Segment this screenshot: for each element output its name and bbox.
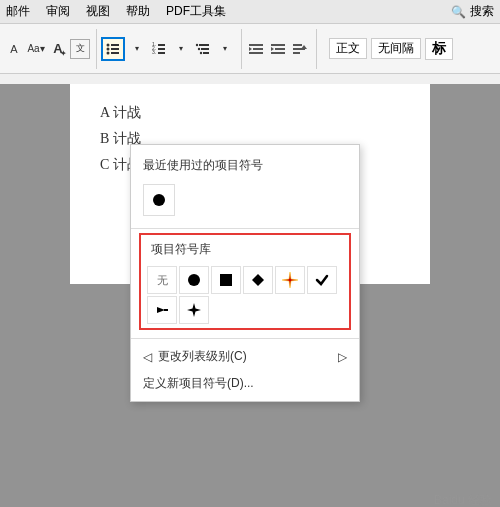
- svg-marker-25: [271, 47, 274, 51]
- increase-indent-btn[interactable]: [268, 39, 288, 59]
- symbol-library-section: 项目符号库 无: [139, 233, 351, 330]
- bullet-dropdown-menu: 最近使用过的项目符号 项目符号库 无: [130, 144, 360, 402]
- svg-rect-28: [293, 52, 300, 54]
- svg-marker-33: [252, 274, 264, 286]
- svg-rect-10: [158, 48, 165, 50]
- multilevel-list-btn[interactable]: [193, 39, 213, 59]
- menu-item-pdf[interactable]: PDF工具集: [166, 3, 226, 20]
- svg-point-2: [107, 51, 110, 54]
- font-a-btn[interactable]: A ✦: [48, 39, 68, 59]
- svg-text:3.: 3.: [152, 49, 156, 55]
- multilevel-dropdown-btn[interactable]: ▾: [215, 39, 235, 59]
- document-area: A 计战 B 计战 C 计战 最近使用过的项目符号 项目符号库 无: [0, 84, 500, 507]
- svg-rect-23: [275, 48, 285, 50]
- doc-line-a: A 计战: [100, 104, 400, 122]
- decrease-indent-btn[interactable]: [246, 39, 266, 59]
- svg-point-30: [153, 194, 165, 206]
- svg-rect-17: [203, 52, 209, 54]
- svg-rect-9: [158, 44, 165, 46]
- svg-rect-15: [201, 48, 209, 50]
- menu-item-review[interactable]: 审阅: [46, 3, 70, 20]
- symbol-row-2: [147, 296, 343, 324]
- symbol-row-1: 无: [147, 266, 343, 294]
- search-area: 🔍 搜索: [451, 3, 494, 20]
- library-label: 项目符号库: [147, 239, 343, 260]
- search-label[interactable]: 搜索: [470, 3, 494, 20]
- sym-sparkle[interactable]: [179, 296, 209, 324]
- svg-rect-19: [253, 48, 263, 50]
- menu-item-help[interactable]: 帮助: [126, 3, 150, 20]
- svg-rect-26: [293, 44, 302, 46]
- dropdown-panel: 最近使用过的项目符号 项目符号库 无: [130, 144, 360, 402]
- sort-btn[interactable]: [290, 39, 310, 59]
- svg-point-14: [198, 47, 200, 49]
- style-normal[interactable]: 正文: [329, 38, 367, 59]
- search-icon: 🔍: [451, 5, 466, 19]
- svg-rect-3: [111, 44, 119, 46]
- svg-marker-34: [282, 272, 298, 288]
- change-level-arrow: ▷: [338, 350, 347, 364]
- sym-diamond[interactable]: [243, 266, 273, 294]
- svg-rect-24: [271, 52, 285, 54]
- toolbar-row: A Aa▾ A ✦ 文 ▾ 1. 2. 3.: [0, 24, 500, 74]
- sym-arrow[interactable]: [147, 296, 177, 324]
- define-new-label: 定义新项目符号(D)...: [143, 375, 254, 392]
- svg-rect-13: [199, 44, 209, 46]
- change-level-icon: ◁: [143, 350, 152, 364]
- recent-symbol-bullet[interactable]: [143, 184, 175, 216]
- menu-item-mail[interactable]: 邮件: [6, 3, 30, 20]
- recent-symbols-row: [131, 180, 359, 224]
- divider-1: [131, 228, 359, 229]
- sym-square[interactable]: [211, 266, 241, 294]
- svg-rect-4: [111, 48, 119, 50]
- list-group: ▾ 1. 2. 3. ▾ ▾: [101, 29, 242, 69]
- indent-group: [246, 29, 317, 69]
- svg-marker-36: [157, 307, 165, 313]
- svg-point-31: [188, 274, 200, 286]
- font-size-btn[interactable]: A: [4, 39, 24, 59]
- numbered-list-btn[interactable]: 1. 2. 3.: [149, 39, 169, 59]
- font-group: A Aa▾ A ✦ 文: [4, 29, 97, 69]
- recent-label: 最近使用过的项目符号: [131, 153, 359, 180]
- define-new-action[interactable]: 定义新项目符号(D)...: [131, 370, 359, 397]
- svg-rect-32: [220, 274, 232, 286]
- divider-2: [131, 338, 359, 339]
- font-size-aa-btn[interactable]: Aa▾: [26, 39, 46, 59]
- svg-marker-38: [187, 303, 201, 317]
- svg-point-1: [107, 47, 110, 50]
- svg-rect-18: [249, 44, 263, 46]
- symbol-grid: 无: [147, 266, 343, 324]
- svg-rect-5: [111, 52, 119, 54]
- menu-bar: 邮件 审阅 视图 帮助 PDF工具集 🔍 搜索: [0, 0, 500, 24]
- svg-point-16: [200, 51, 202, 53]
- change-level-action[interactable]: ◁ 更改列表级别(C) ▷: [131, 343, 359, 370]
- change-level-label: 更改列表级别(C): [158, 348, 247, 365]
- svg-marker-21: [249, 47, 252, 51]
- svg-point-12: [196, 43, 198, 45]
- style-group: 正文 无间隔 标: [329, 38, 453, 60]
- bullet-list-btn[interactable]: [101, 37, 125, 61]
- svg-rect-37: [164, 309, 168, 311]
- watermark: Baidu 经验: [434, 492, 492, 507]
- sym-none[interactable]: 无: [147, 266, 177, 294]
- svg-rect-22: [271, 44, 285, 46]
- sym-star4color[interactable]: [275, 266, 305, 294]
- sym-check[interactable]: [307, 266, 337, 294]
- svg-point-0: [107, 43, 110, 46]
- svg-rect-11: [158, 52, 165, 54]
- sym-circle[interactable]: [179, 266, 209, 294]
- svg-rect-20: [249, 52, 263, 54]
- menu-item-view[interactable]: 视图: [86, 3, 110, 20]
- style-heading[interactable]: 标: [425, 38, 453, 60]
- bullet-dropdown-btn[interactable]: ▾: [127, 39, 147, 59]
- numbered-dropdown-btn[interactable]: ▾: [171, 39, 191, 59]
- text-box-btn[interactable]: 文: [70, 39, 90, 59]
- style-nospace[interactable]: 无间隔: [371, 38, 421, 59]
